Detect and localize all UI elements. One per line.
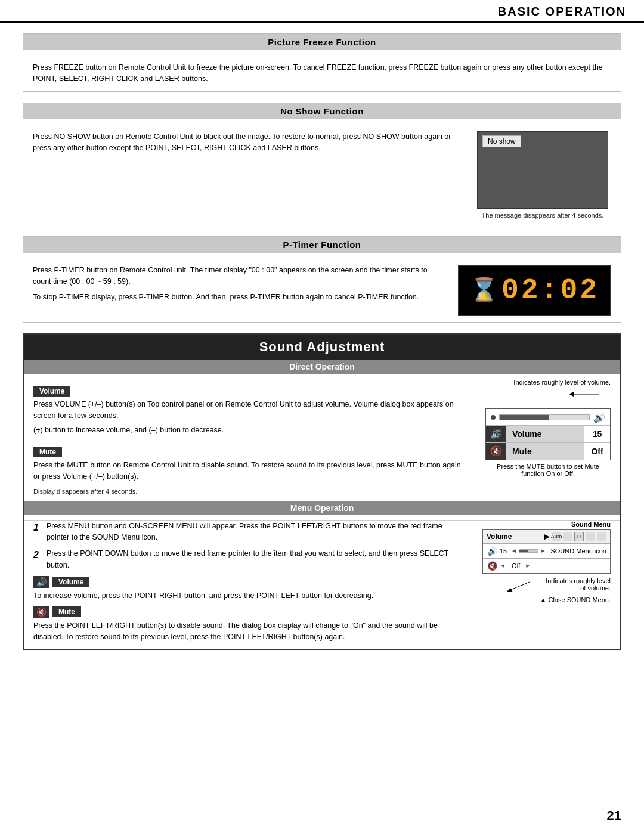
menu-operation-section: 1 Press MENU button and ON-SCREEN MENU w… xyxy=(24,520,620,649)
sound-menu-bottom-row: 🔇 ◄ Off ► xyxy=(483,559,610,573)
hourglass-icon: ⌛ xyxy=(470,277,498,304)
step-1-num: 1 xyxy=(33,521,42,544)
sound-menu-bottom-left-arrow: ◄ xyxy=(500,562,506,569)
sound-menu-label: Sound Menu xyxy=(571,521,611,528)
mute-row-icon: 🔇 xyxy=(486,443,506,460)
page-header: Basic Operation xyxy=(0,0,644,23)
volume-dialog: 🔊 🔊 Volume 15 🔇 Mute Off xyxy=(485,408,611,460)
volume-row-value: 15 xyxy=(584,426,610,442)
mute-row-label: Mute xyxy=(506,443,584,460)
sound-menu-icon-label: SOUND Menu icon xyxy=(550,547,606,555)
menu-step-2: 2 Press the POINT DOWN button to move th… xyxy=(33,548,462,571)
ptimer-body: Press P-TIMER button on Remote Control u… xyxy=(23,259,621,316)
sound-menu-indicates-label: Indicates roughly level of volume. xyxy=(539,577,611,592)
ptimer-paragraph1: Press P-TIMER button on Remote Control u… xyxy=(33,265,446,288)
sound-menu-right-arrow: ► xyxy=(540,547,546,554)
mute-sub-box: 🔇 Mute xyxy=(33,606,462,618)
menu-icon-3: □ xyxy=(574,532,584,541)
volume-body: Press VOLUME (+/–) button(s) on Top cont… xyxy=(33,399,462,422)
step-1-text: Press MENU button and ON-SCREEN MENU wil… xyxy=(47,521,462,544)
menu-op-right: Sound Menu Volume ▶ Auto □ □ xyxy=(473,521,611,643)
sound-menu-arrow-svg xyxy=(500,577,535,595)
indicator-arrow xyxy=(539,387,611,401)
sound-menu-left-arrow: ◄ xyxy=(511,547,517,554)
sound-menu-bottom-right-arrow: ► xyxy=(525,562,531,569)
sound-menu-num: 15 xyxy=(500,547,509,555)
mute-sub-label: Mute xyxy=(52,606,81,617)
volume-bar-fill xyxy=(500,415,549,420)
sound-menu-top-label: Volume xyxy=(487,532,541,541)
menu-op-inner: 1 Press MENU button and ON-SCREEN MENU w… xyxy=(33,521,611,643)
volume-dialog-indicator: 🔊 xyxy=(486,409,610,425)
volume-row-icon: 🔊 xyxy=(486,426,506,442)
volume-sub-label: Volume xyxy=(52,577,89,587)
step-2-text: Press the POINT DOWN button to move the … xyxy=(47,548,462,571)
menu-icon-5: □ xyxy=(597,532,606,541)
no-show-paragraph: Press NO SHOW button on Remote Control U… xyxy=(33,131,462,154)
sound-menu-box: Volume ▶ Auto □ □ □ □ xyxy=(482,529,611,574)
menu-icon-4: □ xyxy=(586,532,595,541)
page-number: 21 xyxy=(607,808,621,823)
sound-menu-top-row: Volume ▶ Auto □ □ □ □ xyxy=(483,530,610,544)
picture-freeze-body: Press FREEZE button on Remote Control Un… xyxy=(23,56,621,85)
svg-marker-1 xyxy=(569,392,574,397)
ptimer-header: P-Timer Function xyxy=(23,237,621,253)
volume-caption: Press the MUTE button to set Mute functi… xyxy=(485,463,611,477)
speaker-icon: 🔊 xyxy=(593,412,605,423)
close-arrow-icon: ▲ xyxy=(540,596,547,603)
volume-sub-box: 🔊 Volume xyxy=(33,576,462,588)
slider-fill xyxy=(519,550,528,552)
mute-dialog-row: 🔇 Mute Off xyxy=(486,442,610,460)
direct-operation-inner: Volume Press VOLUME (+/–) button(s) on T… xyxy=(33,379,611,483)
menu-operation-header: Menu Operation xyxy=(24,501,620,515)
no-show-header: No Show Function xyxy=(23,103,621,119)
no-show-section: No Show Function Press NO SHOW button on… xyxy=(23,103,621,225)
menu-op-left: 1 Press MENU button and ON-SCREEN MENU w… xyxy=(33,521,462,643)
no-show-text-block: Press NO SHOW button on Remote Control U… xyxy=(33,131,462,219)
no-show-caption: The message disappears after 4 seconds. xyxy=(482,212,604,219)
no-show-screen-label: No show xyxy=(482,135,521,147)
ptimer-time: 02:02 xyxy=(501,274,599,306)
sound-menu-vol-icon: 🔊 xyxy=(487,546,497,556)
page-title: Basic Operation xyxy=(498,5,626,18)
close-sound-menu: ▲ Close SOUND Menu. xyxy=(540,596,611,603)
picture-freeze-text: Press FREEZE button on Remote Control Un… xyxy=(33,62,611,85)
mute-label: Mute xyxy=(33,447,62,457)
menu-icon-2: □ xyxy=(563,532,572,541)
picture-freeze-section: Picture Freeze Function Press FREEZE but… xyxy=(23,33,621,92)
mute-row-value: Off xyxy=(584,443,610,460)
volume-sub-body: To increase volume, press the POINT RIGH… xyxy=(33,590,462,602)
picture-freeze-header: Picture Freeze Function xyxy=(23,34,621,50)
no-show-screen: No show xyxy=(477,131,608,209)
indicates-volume-label: Indicates roughly level of volume. xyxy=(513,379,611,386)
arrow-svg xyxy=(539,387,611,401)
volume-row-label: Volume xyxy=(506,426,584,442)
main-content: Picture Freeze Function Press FREEZE but… xyxy=(0,23,644,668)
slider-track xyxy=(519,549,538,553)
volume-dialog-row: 🔊 Volume 15 xyxy=(486,425,610,442)
mute-sub-body: Press the POINT LEFT/RIGHT button(s) to … xyxy=(33,620,462,643)
menu-icon-auto: Auto xyxy=(552,532,561,541)
ptimer-paragraph2: To stop P-TIMER display, press P-TIMER b… xyxy=(33,292,446,303)
svg-marker-3 xyxy=(507,588,513,592)
volume-label: Volume xyxy=(33,386,70,397)
step-2-num: 2 xyxy=(33,548,42,571)
sound-menu-slider-area: 15 ◄ ► xyxy=(500,547,546,555)
menu-step-1: 1 Press MENU button and ON-SCREEN MENU w… xyxy=(33,521,462,544)
ptimer-section: P-Timer Function Press P-TIMER button on… xyxy=(23,236,621,323)
sound-menu-off-label: Off xyxy=(512,562,520,569)
no-show-body: Press NO SHOW button on Remote Control U… xyxy=(23,125,621,219)
direct-operation-header: Direct Operation xyxy=(24,360,620,374)
ptimer-display-area: ⌛ 02:02 xyxy=(458,265,611,316)
volume-body2: (+) button to increase volume, and (–) b… xyxy=(33,425,462,436)
sound-menu-mid-row: 🔊 15 ◄ ► SOUND Menu icon xyxy=(483,544,610,559)
close-sound-menu-text: Close SOUND Menu. xyxy=(548,596,611,603)
menu-box-icon1: ▶ xyxy=(544,532,550,541)
no-show-image-area: No show The message disappears after 4 s… xyxy=(474,131,611,219)
ptimer-display: ⌛ 02:02 xyxy=(458,265,611,316)
sound-adjustment-section: Sound Adjustment Direct Operation Volume… xyxy=(23,333,621,651)
sound-menu-mute-icon: 🔇 xyxy=(487,561,497,571)
sound-adjustment-header: Sound Adjustment xyxy=(24,335,620,360)
direct-op-right: Indicates roughly level of volume. xyxy=(473,379,611,483)
direct-op-left: Volume Press VOLUME (+/–) button(s) on T… xyxy=(33,379,462,483)
